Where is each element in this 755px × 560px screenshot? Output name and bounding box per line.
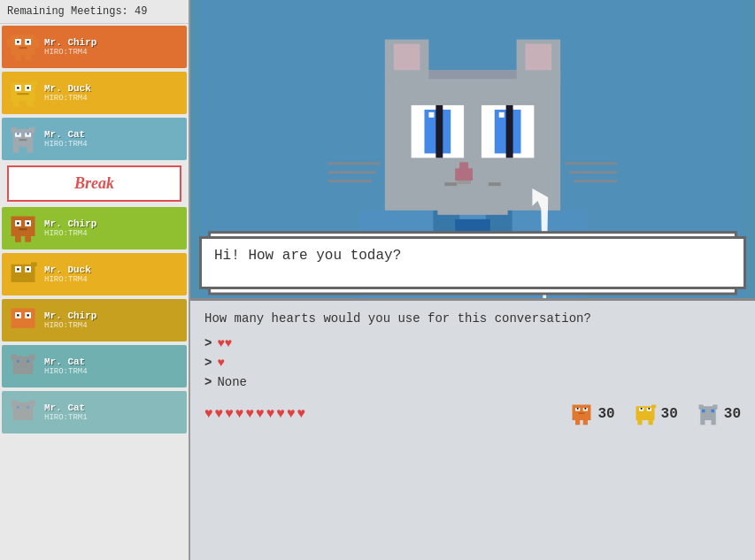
cat-score: 30 <box>696 402 741 426</box>
sidebar: Remaining Meetings: 49 Mr. Chirp HIRO:TR… <box>0 0 190 560</box>
schedule-item-chirp2[interactable]: Mr. Chirp HIRO:TRM4 <box>2 207 187 249</box>
heart6: ♥ <box>256 406 265 422</box>
svg-rect-102 <box>640 408 642 410</box>
choice2-hearts: ♥ <box>217 356 224 370</box>
svg-rect-13 <box>17 87 19 88</box>
cat2-code: HIRO:TRM4 <box>44 367 88 376</box>
svg-rect-113 <box>711 420 715 425</box>
chirp2-code: HIRO:TRM4 <box>44 229 96 238</box>
svg-rect-84 <box>327 171 376 173</box>
choice3-label: None <box>217 375 247 389</box>
svg-rect-85 <box>327 180 372 182</box>
svg-rect-35 <box>15 236 21 242</box>
break-divider: Break <box>7 165 181 202</box>
schedule-item-chirp3[interactable]: Mr. Chirp HIRO:TRM4 <box>2 299 187 341</box>
svg-rect-0 <box>12 35 35 56</box>
heart7: ♥ <box>266 406 275 422</box>
svg-rect-32 <box>17 222 19 224</box>
svg-rect-69 <box>525 44 551 71</box>
cat2-avatar-icon <box>7 350 39 382</box>
chirp3-code: HIRO:TRM4 <box>44 321 96 330</box>
bottom-stats: ♥ ♥ ♥ ♥ ♥ ♥ ♥ ♥ ♥ ♥ <box>204 402 741 426</box>
svg-rect-74 <box>435 105 443 157</box>
svg-rect-27 <box>13 147 19 153</box>
heart4: ♥ <box>235 406 244 422</box>
schedule-item-cat2[interactable]: Mr. Cat HIRO:TRM4 <box>2 345 187 387</box>
svg-rect-76 <box>428 112 434 118</box>
svg-rect-103 <box>648 408 650 410</box>
choice3-arrow: > <box>204 375 212 389</box>
svg-rect-8 <box>7 39 12 47</box>
choice-option-3[interactable]: > None <box>204 375 741 389</box>
svg-rect-15 <box>17 93 29 95</box>
svg-rect-86 <box>565 162 617 165</box>
svg-rect-81 <box>489 182 501 186</box>
svg-rect-46 <box>17 314 19 316</box>
cat3-info: Mr. Cat HIRO:TRM1 <box>44 403 88 422</box>
chirp3-avatar-icon <box>7 304 39 336</box>
duck-score-icon <box>633 402 658 426</box>
chirp1-name: Mr. Chirp <box>44 37 96 48</box>
svg-rect-80 <box>444 182 457 186</box>
svg-rect-94 <box>577 408 579 410</box>
choice-option-2[interactable]: > ♥ <box>204 356 741 370</box>
choice-option-1[interactable]: > ♥♥ <box>204 336 741 350</box>
heart3: ♥ <box>225 406 234 422</box>
heart9: ♥ <box>287 406 296 422</box>
cat1-info: Mr. Cat HIRO:TRM4 <box>44 129 88 149</box>
svg-rect-112 <box>700 420 705 425</box>
svg-rect-26 <box>19 139 27 141</box>
cat3-avatar-icon <box>7 396 39 428</box>
svg-rect-55 <box>29 401 35 407</box>
duck-avatar-icon <box>7 77 39 109</box>
svg-rect-42 <box>31 263 37 267</box>
duck-score-value: 30 <box>661 406 678 422</box>
svg-rect-108 <box>698 405 703 410</box>
bottom-ui: How many hearts would you use for this c… <box>190 301 755 560</box>
schedule-item-chirp1[interactable]: Mr. Chirp HIRO:TRM4 <box>2 26 187 68</box>
chirp3-info: Mr. Chirp HIRO:TRM4 <box>44 311 96 330</box>
svg-rect-88 <box>574 180 618 182</box>
svg-rect-51 <box>17 360 19 362</box>
svg-rect-33 <box>27 222 29 224</box>
svg-rect-24 <box>17 133 19 134</box>
chirp2-avatar-icon <box>7 212 39 244</box>
heart-row: ♥ ♥ ♥ ♥ ♥ ♥ ♥ ♥ ♥ ♥ <box>204 406 305 422</box>
svg-rect-83 <box>327 162 380 165</box>
schedule-item-duck1[interactable]: Mr. Duck HIRO:TRM4 <box>2 72 187 114</box>
duck1-name: Mr. Duck <box>44 83 91 94</box>
svg-rect-17 <box>27 101 34 107</box>
duck2-avatar-icon <box>7 258 39 290</box>
duck-score: 30 <box>633 402 678 426</box>
svg-rect-104 <box>651 405 656 409</box>
game-viewport: Hi! How are you today? <box>190 0 755 301</box>
choice1-hearts: ♥♥ <box>217 336 232 350</box>
svg-rect-50 <box>29 355 35 361</box>
dialog-box: Hi! How are you today? <box>199 236 746 289</box>
schedule-item-duck2[interactable]: Mr. Duck HIRO:TRM4 <box>2 253 187 295</box>
svg-rect-79 <box>459 162 468 171</box>
svg-rect-3 <box>17 41 19 42</box>
chirp3-name: Mr. Chirp <box>44 311 96 321</box>
cat3-code: HIRO:TRM1 <box>44 413 88 422</box>
svg-rect-56 <box>17 406 19 408</box>
dialog-text: Hi! How are you today? <box>214 248 401 264</box>
duck1-code: HIRO:TRM4 <box>44 94 91 103</box>
duck2-name: Mr. Duck <box>44 265 91 275</box>
svg-rect-25 <box>27 133 29 134</box>
schedule-list: Mr. Chirp HIRO:TRM4 Mr. Duck HIRO:TRM4 <box>0 24 189 435</box>
svg-rect-10 <box>12 83 35 101</box>
svg-rect-21 <box>29 127 35 134</box>
svg-rect-49 <box>12 355 18 361</box>
svg-rect-29 <box>12 217 35 237</box>
svg-rect-16 <box>13 101 19 107</box>
schedule-item-cat3[interactable]: Mr. Cat HIRO:TRM1 <box>2 391 187 433</box>
svg-rect-47 <box>27 314 29 316</box>
svg-rect-6 <box>15 55 21 61</box>
heart10: ♥ <box>297 406 305 422</box>
heart1: ♥ <box>204 406 213 422</box>
schedule-item-cat1[interactable]: Mr. Cat HIRO:TRM4 <box>2 118 187 160</box>
heart5: ♥ <box>245 406 254 422</box>
svg-rect-43 <box>12 309 35 329</box>
cat1-code: HIRO:TRM4 <box>44 140 88 149</box>
